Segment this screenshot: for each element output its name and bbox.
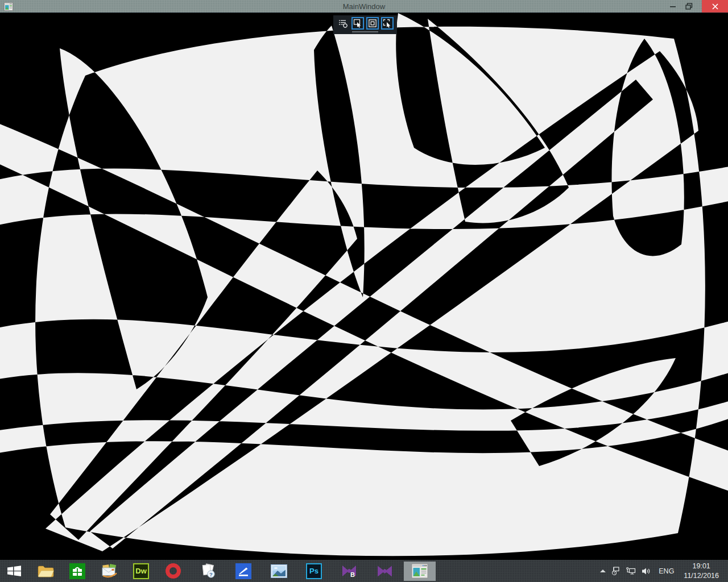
taskbar: Dw ?	[0, 560, 728, 582]
network-icon	[626, 567, 636, 576]
window-title: MainWindow	[0, 2, 728, 11]
tray-language-indicator[interactable]: ENG	[656, 560, 676, 582]
action-center-flag-icon	[611, 566, 621, 576]
mail-icon	[101, 564, 118, 579]
tray-action-center-button[interactable]	[611, 560, 621, 582]
toolbar-buttons	[337, 17, 394, 30]
enable-selection-button[interactable]	[351, 17, 364, 30]
dreamweaver-icon: Dw	[133, 563, 149, 579]
close-button[interactable]	[702, 0, 728, 13]
app-client-area[interactable]	[0, 13, 728, 560]
minimize-icon	[670, 3, 676, 10]
taskbar-item-windows-store[interactable]	[65, 562, 90, 581]
taskbar-item-help-documents[interactable]: ?	[192, 562, 224, 581]
show-hidden-icons-arrow-icon	[600, 569, 606, 572]
abstract-bezier-art	[0, 13, 728, 560]
tray-clock[interactable]: 19:01 11/12/2016	[684, 560, 719, 582]
taskbar-item-dreamweaver[interactable]: Dw	[129, 562, 154, 581]
svg-text:B: B	[350, 571, 355, 578]
close-icon	[712, 3, 718, 10]
taskbar-item-photoshop[interactable]: Ps	[298, 562, 330, 581]
taskbar-item-blend[interactable]: B	[333, 562, 365, 581]
tray-date: 11/12/2016	[684, 571, 719, 580]
taskbar-item-photos[interactable]	[263, 562, 295, 581]
go-to-live-visual-tree-button[interactable]	[337, 17, 349, 30]
visual-studio-icon	[377, 564, 393, 579]
track-focus-cursor-icon	[383, 19, 392, 28]
svg-text:?: ?	[209, 571, 213, 577]
windows-logo-icon	[7, 564, 22, 577]
tray-volume-button[interactable]	[641, 560, 651, 582]
start-button[interactable]	[3, 560, 26, 582]
taskbar-item-visual-studio[interactable]	[369, 562, 400, 581]
app-window-icon	[4, 2, 13, 11]
minimize-button[interactable]	[665, 0, 681, 13]
track-focused-element-button[interactable]	[381, 17, 394, 30]
taskbar-item-mainwindow-app[interactable]	[404, 562, 436, 581]
window-titlebar[interactable]: MainWindow	[0, 0, 728, 13]
layout-adorners-icon	[368, 19, 377, 28]
restore-button[interactable]	[681, 0, 697, 13]
windows-store-icon	[69, 563, 85, 579]
volume-icon	[641, 567, 651, 576]
taskbar-item-file-explorer[interactable]	[30, 562, 61, 581]
selection-cursor-icon	[353, 19, 362, 28]
restore-icon	[685, 3, 693, 10]
toolbar-grip-handle[interactable]	[352, 31, 378, 33]
file-explorer-icon	[38, 564, 54, 578]
scanner-icon	[235, 563, 251, 579]
opera-icon	[166, 563, 181, 579]
blend-icon: B	[341, 564, 357, 578]
live-visual-tree-icon	[338, 19, 348, 28]
taskbar-item-scanner[interactable]	[228, 562, 259, 581]
tray-overflow-button[interactable]	[600, 560, 606, 582]
photoshop-icon: Ps	[306, 563, 322, 579]
vs-runtime-toolbar	[333, 15, 397, 34]
tray-network-button[interactable]	[626, 560, 636, 582]
system-tray: ENG 19:01 11/12/2016	[600, 560, 728, 582]
photos-icon	[271, 564, 287, 578]
help-documents-icon: ?	[200, 563, 216, 579]
display-layout-adorners-button[interactable]	[366, 17, 379, 30]
desktop-screen: MainWindow	[0, 0, 728, 582]
window-controls	[665, 0, 728, 13]
taskbar-item-mail[interactable]	[93, 562, 125, 581]
wpf-app-icon	[411, 563, 428, 579]
taskbar-item-opera[interactable]	[157, 562, 189, 581]
tray-time: 19:01	[693, 562, 710, 571]
